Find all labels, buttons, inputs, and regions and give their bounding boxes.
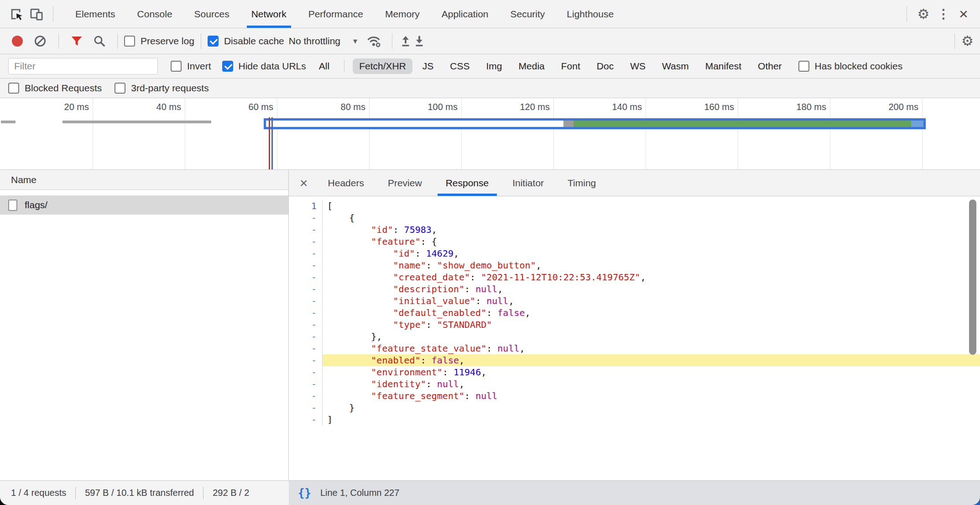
fold-marker: -: [289, 224, 323, 236]
window-corner: [970, 495, 980, 505]
pretty-print-icon[interactable]: {}: [298, 487, 311, 500]
ruler-gridline: [461, 98, 462, 169]
network-conditions-icon[interactable]: [362, 33, 386, 49]
code-text: "environment": 11946,: [323, 366, 980, 378]
throttling-select[interactable]: No throttling ▾: [289, 36, 357, 47]
inspect-element-icon[interactable]: [6, 4, 26, 24]
type-filter-img[interactable]: Img: [480, 58, 509, 74]
invert-label: Invert: [187, 61, 211, 72]
export-har-icon[interactable]: [412, 34, 426, 48]
device-toolbar-icon[interactable]: [26, 4, 47, 24]
code-line: - "initial_value": null,: [289, 295, 980, 307]
preserve-log-checkbox[interactable]: [124, 36, 135, 47]
code-line: 1[: [289, 200, 980, 212]
ruler-gridline: [738, 98, 738, 169]
code-line: - {: [289, 212, 980, 224]
request-overview-bar[interactable]: [63, 121, 211, 123]
code-text: "created_date": "2021-11-12T10:22:53.419…: [323, 271, 980, 283]
request-overview-bar[interactable]: [1, 121, 16, 123]
tab-security[interactable]: Security: [499, 0, 556, 28]
ruler-tick-label: 80 ms: [297, 102, 365, 112]
divider: [117, 33, 118, 49]
code-text: "enabled": false,: [323, 354, 980, 366]
has-blocked-cookies-label: Has blocked cookies: [815, 61, 903, 72]
summary-item: 292 B / 2: [213, 488, 249, 498]
close-devtools-icon[interactable]: ×: [954, 4, 974, 24]
code-text: "feature_state_value": null,: [323, 342, 980, 354]
status-bar: 1 / 4 requests597 B / 10.1 kB transferre…: [0, 480, 980, 505]
more-options-icon[interactable]: ⋮: [933, 4, 954, 24]
request-row-flags[interactable]: flags/: [0, 195, 288, 215]
type-filter-ws[interactable]: WS: [624, 58, 652, 74]
third-party-checkbox[interactable]: [115, 83, 125, 94]
type-filter-all[interactable]: All: [313, 58, 336, 74]
code-line: -]: [289, 414, 980, 426]
waterfall-segment: [911, 121, 923, 127]
chevron-down-icon: ▾: [353, 36, 357, 46]
divider: [58, 33, 59, 49]
divider: [201, 33, 201, 49]
type-filter-other[interactable]: Other: [751, 58, 788, 74]
ruler-tick-label: 60 ms: [205, 102, 273, 112]
editor-status: {} Line 1, Column 227: [289, 481, 980, 505]
timeline-overview[interactable]: 20 ms40 ms60 ms80 ms100 ms120 ms140 ms16…: [0, 98, 980, 170]
type-filter-font[interactable]: Font: [555, 58, 587, 74]
blocked-requests-checkbox[interactable]: [8, 83, 19, 94]
import-har-icon[interactable]: [399, 34, 412, 48]
divider: [75, 487, 76, 500]
tab-sources[interactable]: Sources: [183, 0, 240, 28]
detail-tab-headers[interactable]: Headers: [316, 170, 376, 196]
invert-checkbox[interactable]: [171, 61, 182, 72]
tab-lighthouse[interactable]: Lighthouse: [556, 0, 625, 28]
code-line: - "name": "show_demo_button",: [289, 259, 980, 271]
detail-tab-timing[interactable]: Timing: [556, 170, 608, 196]
type-filter-css[interactable]: CSS: [443, 58, 476, 74]
has-blocked-cookies-checkbox[interactable]: [798, 61, 809, 72]
fold-marker: -: [289, 354, 323, 366]
code-text: "default_enabled": false,: [323, 307, 980, 319]
close-details-icon[interactable]: ×: [292, 175, 316, 191]
vertical-scrollbar[interactable]: [969, 200, 976, 355]
ruler-tick-label: 120 ms: [481, 102, 550, 112]
record-network-log-button[interactable]: [12, 36, 23, 47]
hide-data-urls-checkbox[interactable]: [222, 61, 233, 72]
fold-marker: -: [289, 366, 323, 378]
response-body-viewer[interactable]: 1[- {- "id": 75983,- "feature": {- "id":…: [289, 196, 980, 480]
search-icon[interactable]: [88, 34, 111, 48]
type-filter-wasm[interactable]: Wasm: [656, 58, 695, 74]
code-text: "name": "show_demo_button",: [323, 259, 980, 271]
network-settings-gear-icon[interactable]: ⚙︎: [961, 34, 974, 48]
detail-tab-initiator[interactable]: Initiator: [500, 170, 556, 196]
window-corner: [0, 495, 10, 505]
ruler-gridline: [830, 98, 830, 169]
detail-tab-preview[interactable]: Preview: [376, 170, 434, 196]
tab-application[interactable]: Application: [431, 0, 500, 28]
code-line: - },: [289, 331, 980, 342]
disable-cache-checkbox[interactable]: [208, 36, 219, 47]
type-filter-manifest[interactable]: Manifest: [699, 58, 748, 74]
code-line: - "enabled": false,: [289, 354, 980, 366]
tab-console[interactable]: Console: [126, 0, 183, 28]
clear-network-log-icon[interactable]: [35, 36, 46, 47]
tab-elements[interactable]: Elements: [64, 0, 126, 28]
tab-performance[interactable]: Performance: [297, 0, 374, 28]
filter-input[interactable]: [8, 58, 158, 74]
type-filter-js[interactable]: JS: [416, 58, 440, 74]
type-filter-media[interactable]: Media: [512, 58, 551, 74]
fold-marker: -: [289, 414, 323, 426]
selected-request-waterfall-bar[interactable]: [264, 118, 926, 129]
divider: [392, 33, 392, 49]
type-filter-fetch-xhr[interactable]: Fetch/XHR: [353, 58, 412, 74]
name-column-header[interactable]: Name: [0, 170, 288, 190]
filter-funnel-icon[interactable]: [65, 34, 88, 48]
code-text: "initial_value": null,: [323, 295, 980, 307]
main-tabbar: ElementsConsoleSourcesNetworkPerformance…: [0, 0, 980, 28]
network-toolbar: Preserve log Disable cache No throttling…: [0, 28, 980, 54]
tab-network[interactable]: Network: [240, 0, 297, 28]
tab-memory[interactable]: Memory: [374, 0, 431, 28]
ruler-tick-label: 140 ms: [573, 102, 642, 112]
detail-tab-response[interactable]: Response: [434, 170, 501, 196]
settings-gear-icon[interactable]: ⚙︎: [913, 4, 933, 24]
ruler-gridline: [553, 98, 554, 169]
type-filter-doc[interactable]: Doc: [590, 58, 620, 74]
